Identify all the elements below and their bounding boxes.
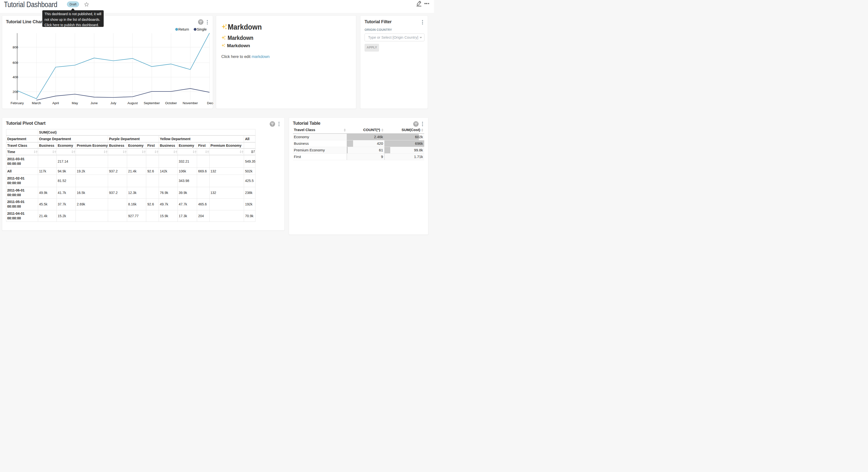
svg-text:June: June [90,101,98,105]
svg-text:May: May [72,101,78,105]
svg-text:November: November [182,101,198,105]
svg-text:Single: Single [196,27,206,31]
svg-text:October: October [165,101,177,105]
svg-text:August: August [127,101,138,105]
svg-text:February: February [10,101,24,105]
svg-text:December: December [207,101,213,105]
svg-text:March: March [32,101,41,105]
svg-text:600: 600 [12,61,18,65]
svg-text:Return: Return [178,27,189,31]
svg-text:September: September [144,101,160,105]
svg-text:400: 400 [12,75,18,79]
svg-text:July: July [110,101,116,105]
svg-text:800: 800 [12,45,18,49]
svg-text:April: April [52,101,59,105]
